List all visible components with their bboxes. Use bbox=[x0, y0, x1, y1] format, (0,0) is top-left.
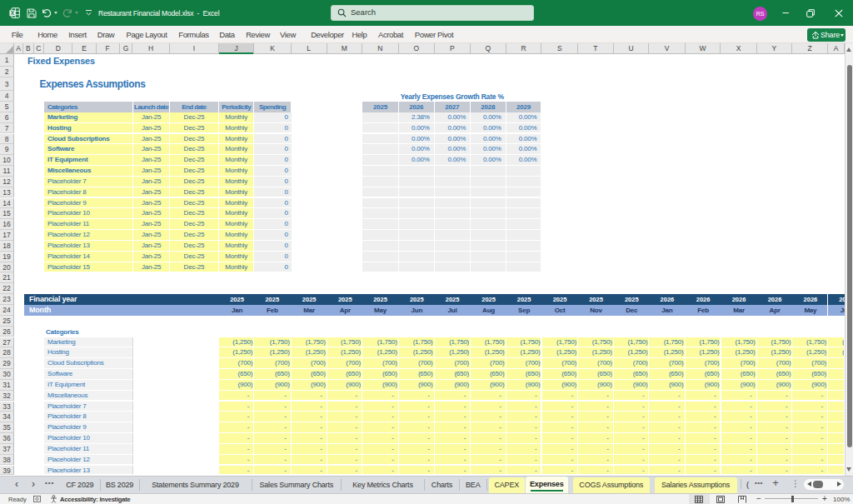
svg-text:X: X bbox=[11, 10, 15, 16]
